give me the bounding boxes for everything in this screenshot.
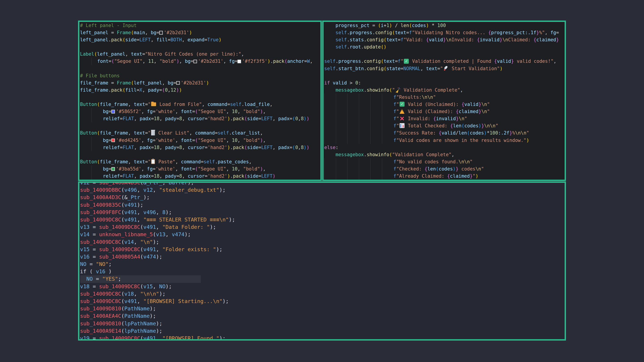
code-token: "NO" (96, 261, 109, 267)
code-token: showinfo (367, 87, 389, 93)
code-token: ); (150, 306, 156, 312)
code-token: codes (458, 166, 476, 172)
code-panel-tkinter-validation[interactable]: progress_pct = (i+1) / len(codes) * 100 … (322, 20, 566, 181)
code-token: 100 (438, 23, 446, 28)
code-token: ( (121, 298, 124, 304)
code-token: sub_14009DBBC (80, 187, 121, 193)
code-line: Button(file_frame, text=" Load from File… (80, 101, 320, 108)
code-token: ( (131, 80, 134, 86)
code-token: , (298, 116, 301, 121)
indent-guide (324, 122, 336, 129)
code-token: command (195, 130, 215, 136)
code-token: 100 (490, 130, 498, 136)
code-token: "Valid codes are shown in the results wi… (396, 138, 526, 143)
code-token (80, 145, 92, 150)
code-line: bg='#5865f2', fg='white', font=("Segoe U… (80, 108, 320, 115)
code-line: sub_1400AEA4C(PathName); (80, 312, 564, 320)
indent-guide (359, 165, 370, 173)
code-token: Clear List" (156, 130, 190, 136)
indent-guide (382, 158, 394, 165)
code-token: \n (481, 109, 487, 114)
code-token: = (400, 66, 404, 71)
code-token: ( (292, 116, 295, 121)
code-token: "Segoe UI" (114, 58, 142, 64)
code-token: % (512, 130, 515, 136)
code-token: = (151, 173, 154, 179)
code-token: ( (244, 145, 247, 150)
code-token: ( (122, 87, 126, 93)
code-token: sub_14009DC8C (99, 283, 140, 290)
code-token: " (464, 116, 467, 121)
code-token: ) (526, 138, 529, 143)
code-token: valid codes!" (514, 58, 554, 64)
code-token: sub_14009F8FC (80, 209, 121, 215)
indent-guide (324, 137, 336, 144)
code-token: LEFT (140, 37, 151, 42)
code-line: sub_1400A9E14(lpPathName); (80, 327, 564, 335)
code-token: len (458, 130, 467, 136)
code-token: progress (350, 30, 372, 35)
code-token: Total Checked: (405, 123, 450, 128)
code-token: ) (176, 87, 179, 93)
code-token: 'white' (156, 109, 175, 114)
code-token: = (173, 80, 176, 86)
code-token: v13 (80, 224, 90, 230)
code-token: ( (121, 321, 124, 327)
code-token: " (487, 102, 490, 107)
code-token: else (324, 145, 336, 150)
indent-guide (382, 165, 394, 173)
indent-guide (382, 129, 394, 137)
code-token: ) (478, 123, 482, 128)
code-line: f" Valid (Claimed): {claimed}\n" (324, 108, 564, 115)
code-token: , (238, 109, 243, 114)
code-token: \n\n (484, 123, 496, 128)
code-content: v12 = sub_1400A4D3C(&_Ptr_, Buffer);sub_… (80, 181, 564, 341)
code-line: # File buttons (80, 72, 320, 79)
code-panel-decompiler[interactable]: v12 = sub_1400A4D3C(&_Ptr_, Buffer);sub_… (78, 181, 566, 341)
indent-guide (347, 115, 359, 122)
code-token: sub_1400A4D3C (80, 194, 121, 200)
code-token: \n (476, 166, 481, 172)
code-token: expand (188, 37, 204, 42)
code-token: ; (108, 261, 112, 267)
code-token: f (400, 37, 404, 42)
code-token: = (234, 58, 238, 64)
code-token: , (272, 116, 278, 121)
code-line: self.start_btn.config(state=NORMAL, text… (324, 65, 564, 72)
code-token: v491 (143, 224, 156, 230)
code-token: unknown_libname_5 (99, 231, 153, 238)
code-token: : (336, 145, 338, 150)
code-token: f (393, 109, 396, 114)
code-token: = (204, 37, 207, 42)
code-token: ( (284, 58, 287, 64)
code-token: = (192, 109, 195, 114)
code-token: Button (80, 102, 97, 107)
code-token: , (270, 102, 272, 107)
code-token: = (258, 116, 262, 121)
code-token: , (153, 187, 159, 193)
code-token: , (241, 51, 244, 57)
code-token: bg (103, 109, 108, 114)
code-token: ( (97, 159, 100, 164)
code-token: , (263, 138, 266, 143)
code-token: . (364, 37, 367, 42)
code-token: '#ed4245' (116, 138, 141, 143)
code-token: v474 (172, 231, 184, 238)
code-line: sub_14009D810(PathName); (80, 305, 564, 312)
code-token: "Validation Complete" (392, 152, 452, 157)
indent-guide (92, 137, 103, 144)
code-token: { (433, 116, 436, 121)
code-token: stats (350, 37, 364, 42)
code-token: , (298, 145, 301, 150)
code-token: " (526, 130, 529, 136)
code-panel-tkinter-input[interactable]: # Left panel - Inputleft_panel = Frame(m… (78, 20, 322, 181)
indent-guide (370, 173, 382, 180)
color-swatch (111, 110, 115, 113)
code-token: 11 (148, 58, 154, 64)
code-token (324, 44, 336, 50)
code-token: , (154, 58, 160, 64)
code-line: f" Valid (Unclaimed): {valid}\n" (324, 101, 564, 108)
code-token: v14 (80, 231, 90, 238)
code-token: font (181, 109, 192, 114)
code-token: "Valid: (404, 37, 426, 42)
